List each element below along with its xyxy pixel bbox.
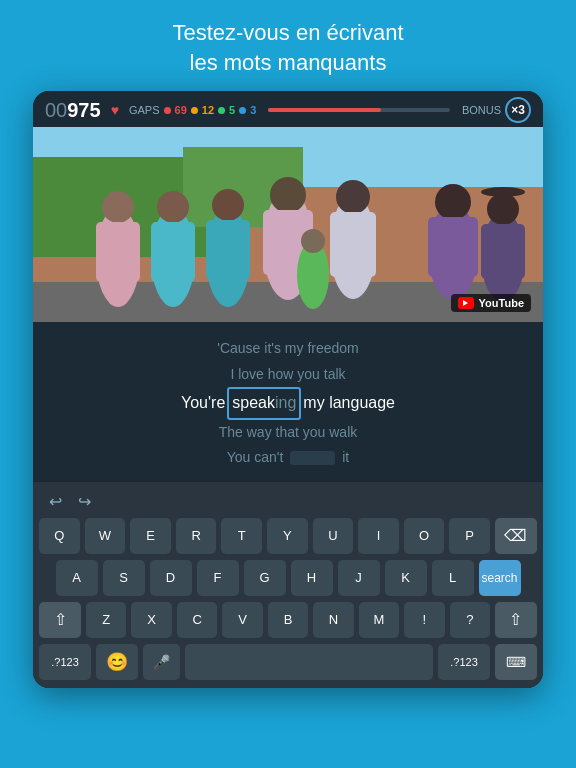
svg-point-21 [435,184,471,220]
lyric-before: You're [181,389,225,418]
word-typed: speak [232,394,275,411]
lyrics-area: 'Cause it's my freedom I love how you ta… [33,322,543,482]
key-question[interactable]: ? [450,602,490,638]
gaps-label: GAPS [129,104,160,116]
youtube-icon [458,297,474,309]
title-line2: les mots manquants [190,50,387,75]
word-remaining: ing [275,394,296,411]
keyboard-toolbar: ↩ ↪ [33,486,543,515]
svg-point-15 [270,177,306,213]
backspace-key[interactable]: ⌫ [495,518,537,554]
key-l[interactable]: L [432,560,474,596]
lyric-line-2: I love how you talk [53,362,523,387]
key-t[interactable]: T [221,518,262,554]
key-f[interactable]: F [197,560,239,596]
svg-point-18 [336,180,370,214]
svg-point-25 [481,187,525,197]
device-frame: 00975 ♥ GAPS 69 12 5 3 BONUS ×3 [33,91,543,688]
bonus-label: BONUS [462,104,501,116]
search-key[interactable]: search [479,560,521,596]
svg-point-24 [487,193,519,225]
key-a[interactable]: A [56,560,98,596]
num-key-right[interactable]: .?123 [438,644,490,680]
lyric-line-active: You're speaking my language [53,387,523,420]
lyric-line-5: You can't it [53,445,523,470]
gap3-count: 5 [229,104,235,116]
svg-rect-10 [151,222,195,282]
heart-icon: ♥ [111,102,119,118]
key-n[interactable]: N [313,602,353,638]
svg-rect-26 [481,224,525,279]
youtube-label: YouTube [479,297,524,309]
key-e[interactable]: E [130,518,171,554]
gap2-count: 12 [202,104,214,116]
progress-bar [268,108,450,112]
keyboard-area: ↩ ↪ Q W E R T Y U I O P ⌫ A S D F G H J … [33,482,543,688]
key-q[interactable]: Q [39,518,80,554]
key-k[interactable]: K [385,560,427,596]
key-o[interactable]: O [404,518,445,554]
mic-key[interactable]: 🎤 [143,644,180,680]
gap4-count: 3 [250,104,256,116]
key-h[interactable]: H [291,560,333,596]
key-s[interactable]: S [103,560,145,596]
emoji-key[interactable]: 😊 [96,644,138,680]
lyric-line-1: 'Cause it's my freedom [53,336,523,361]
svg-point-9 [157,191,189,223]
keyboard-row-2: A S D F G H J K L search [33,557,543,599]
gap-dot-4 [239,107,246,114]
key-c[interactable]: C [177,602,217,638]
key-g[interactable]: G [244,560,286,596]
keyboard-bottom-row: .?123 😊 🎤 .?123 ⌨ [33,641,543,688]
keyboard-row-1: Q W E R T Y U I O P ⌫ [33,515,543,557]
svg-point-12 [212,189,244,221]
svg-rect-19 [330,212,376,277]
key-z[interactable]: Z [86,602,126,638]
key-d[interactable]: D [150,560,192,596]
redo-button[interactable]: ↪ [74,490,95,513]
key-p[interactable]: P [449,518,490,554]
score-display: 00975 [45,99,101,122]
lyric-gap-blank [290,451,335,465]
gap-dot-3 [218,107,225,114]
shift-key[interactable]: ⇧ [39,602,81,638]
key-i[interactable]: I [358,518,399,554]
youtube-badge: YouTube [451,294,531,312]
key-exclamation[interactable]: ! [404,602,444,638]
keyboard-done-key[interactable]: ⌨ [495,644,537,680]
key-r[interactable]: R [176,518,217,554]
space-key[interactable] [185,644,433,680]
key-u[interactable]: U [313,518,354,554]
title-line1: Testez-vous en écrivant [172,20,403,45]
shift-key-right[interactable]: ⇧ [495,602,537,638]
svg-rect-13 [206,220,250,280]
key-v[interactable]: V [222,602,262,638]
lyric-gap: speaking [227,387,301,420]
gap-dot-2 [191,107,198,114]
key-w[interactable]: W [85,518,126,554]
score-value: 975 [67,99,100,121]
youtube-play-triangle [463,300,468,306]
bonus-section: BONUS ×3 [462,97,531,123]
key-b[interactable]: B [268,602,308,638]
svg-rect-7 [96,222,140,282]
svg-rect-22 [428,217,478,277]
svg-point-6 [102,191,134,223]
key-j[interactable]: J [338,560,380,596]
score-leading: 00 [45,99,67,121]
gaps-section: GAPS 69 12 5 3 [129,104,256,116]
bonus-multiplier: ×3 [505,97,531,123]
video-bg [33,127,543,322]
key-y[interactable]: Y [267,518,308,554]
video-area: YouTube [33,127,543,322]
num-key-left[interactable]: .?123 [39,644,91,680]
score-bar: 00975 ♥ GAPS 69 12 5 3 BONUS ×3 [33,91,543,127]
key-m[interactable]: M [359,602,399,638]
lyric-after: my language [303,389,395,418]
progress-fill [268,108,381,112]
gap-dot-1 [164,107,171,114]
undo-button[interactable]: ↩ [45,490,66,513]
lyric-line-4: The way that you walk [53,420,523,445]
key-x[interactable]: X [131,602,171,638]
keyboard-row-3: ⇧ Z X C V B N M ! ? ⇧ [33,599,543,641]
